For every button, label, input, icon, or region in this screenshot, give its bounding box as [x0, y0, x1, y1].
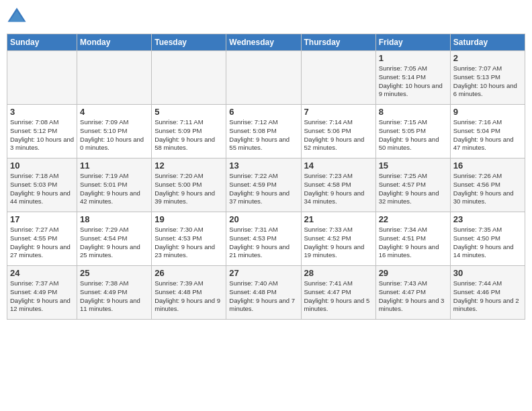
day-of-week-saturday: Saturday [450, 34, 525, 51]
day-number: 30 [453, 268, 522, 278]
day-info: Sunrise: 7:12 AM Sunset: 5:08 PM Dayligh… [229, 118, 298, 152]
day-of-week-friday: Friday [375, 34, 450, 51]
day-number: 1 [379, 53, 447, 63]
calendar-cell: 11Sunrise: 7:19 AM Sunset: 5:01 PM Dayli… [77, 158, 152, 212]
day-number: 10 [10, 161, 74, 171]
day-info: Sunrise: 7:31 AM Sunset: 4:53 PM Dayligh… [229, 226, 298, 260]
calendar-cell: 17Sunrise: 7:27 AM Sunset: 4:55 PM Dayli… [7, 212, 77, 266]
calendar-cell: 22Sunrise: 7:34 AM Sunset: 4:51 PM Dayli… [375, 212, 450, 266]
calendar-week-4: 17Sunrise: 7:27 AM Sunset: 4:55 PM Dayli… [7, 212, 525, 266]
calendar-cell: 27Sunrise: 7:40 AM Sunset: 4:48 PM Dayli… [226, 266, 301, 320]
day-number: 24 [10, 268, 74, 278]
day-number: 12 [154, 161, 223, 171]
day-number: 19 [154, 214, 223, 224]
page-header [7, 7, 525, 27]
logo [7, 7, 28, 27]
day-number: 29 [379, 268, 447, 278]
day-number: 6 [229, 107, 298, 117]
day-info: Sunrise: 7:37 AM Sunset: 4:49 PM Dayligh… [10, 279, 74, 314]
day-number: 7 [304, 107, 373, 117]
day-of-week-wednesday: Wednesday [226, 34, 301, 51]
calendar-cell: 13Sunrise: 7:22 AM Sunset: 4:59 PM Dayli… [226, 158, 301, 212]
calendar-cell [7, 51, 77, 105]
day-info: Sunrise: 7:05 AM Sunset: 5:14 PM Dayligh… [379, 64, 447, 99]
calendar-cell: 20Sunrise: 7:31 AM Sunset: 4:53 PM Dayli… [226, 212, 301, 266]
calendar-table: SundayMondayTuesdayWednesdayThursdayFrid… [7, 34, 525, 320]
day-number: 27 [229, 268, 298, 278]
calendar-cell [301, 51, 375, 105]
calendar-cell: 28Sunrise: 7:41 AM Sunset: 4:47 PM Dayli… [301, 266, 375, 320]
day-info: Sunrise: 7:38 AM Sunset: 4:49 PM Dayligh… [80, 279, 148, 314]
day-info: Sunrise: 7:09 AM Sunset: 5:10 PM Dayligh… [80, 118, 148, 152]
calendar-cell: 10Sunrise: 7:18 AM Sunset: 5:03 PM Dayli… [7, 158, 77, 212]
calendar-cell: 9Sunrise: 7:16 AM Sunset: 5:04 PM Daylig… [450, 105, 525, 158]
day-number: 26 [154, 268, 223, 278]
day-info: Sunrise: 7:18 AM Sunset: 5:03 PM Dayligh… [10, 172, 74, 206]
day-info: Sunrise: 7:22 AM Sunset: 4:59 PM Dayligh… [229, 172, 298, 206]
day-number: 5 [154, 107, 223, 117]
day-number: 8 [379, 107, 447, 117]
calendar-cell: 16Sunrise: 7:26 AM Sunset: 4:56 PM Dayli… [450, 158, 525, 212]
day-number: 20 [229, 214, 298, 224]
day-number: 2 [453, 53, 522, 63]
calendar-cell: 21Sunrise: 7:33 AM Sunset: 4:52 PM Dayli… [301, 212, 375, 266]
calendar-week-5: 24Sunrise: 7:37 AM Sunset: 4:49 PM Dayli… [7, 266, 525, 320]
calendar-cell: 7Sunrise: 7:14 AM Sunset: 5:06 PM Daylig… [301, 105, 375, 158]
day-info: Sunrise: 7:14 AM Sunset: 5:06 PM Dayligh… [304, 118, 373, 152]
day-number: 22 [379, 214, 447, 224]
day-info: Sunrise: 7:08 AM Sunset: 5:12 PM Dayligh… [10, 118, 74, 152]
day-of-week-tuesday: Tuesday [152, 34, 226, 51]
calendar-week-1: 1Sunrise: 7:05 AM Sunset: 5:14 PM Daylig… [7, 51, 525, 105]
calendar-cell: 19Sunrise: 7:30 AM Sunset: 4:53 PM Dayli… [152, 212, 226, 266]
day-info: Sunrise: 7:20 AM Sunset: 5:00 PM Dayligh… [154, 172, 223, 206]
day-number: 23 [453, 214, 522, 224]
day-number: 13 [229, 161, 298, 171]
calendar-week-2: 3Sunrise: 7:08 AM Sunset: 5:12 PM Daylig… [7, 105, 525, 158]
day-info: Sunrise: 7:16 AM Sunset: 5:04 PM Dayligh… [453, 118, 522, 152]
calendar-cell [152, 51, 226, 105]
day-info: Sunrise: 7:40 AM Sunset: 4:48 PM Dayligh… [229, 279, 298, 314]
day-info: Sunrise: 7:33 AM Sunset: 4:52 PM Dayligh… [304, 226, 373, 260]
calendar-cell: 3Sunrise: 7:08 AM Sunset: 5:12 PM Daylig… [7, 105, 77, 158]
day-number: 17 [10, 214, 74, 224]
day-info: Sunrise: 7:44 AM Sunset: 4:46 PM Dayligh… [453, 279, 522, 314]
day-of-week-thursday: Thursday [301, 34, 375, 51]
day-number: 11 [80, 161, 148, 171]
day-info: Sunrise: 7:41 AM Sunset: 4:47 PM Dayligh… [304, 279, 373, 314]
day-info: Sunrise: 7:11 AM Sunset: 5:09 PM Dayligh… [154, 118, 223, 152]
day-info: Sunrise: 7:34 AM Sunset: 4:51 PM Dayligh… [379, 226, 447, 260]
calendar-week-3: 10Sunrise: 7:18 AM Sunset: 5:03 PM Dayli… [7, 158, 525, 212]
day-info: Sunrise: 7:19 AM Sunset: 5:01 PM Dayligh… [80, 172, 148, 206]
calendar-cell: 25Sunrise: 7:38 AM Sunset: 4:49 PM Dayli… [77, 266, 152, 320]
day-number: 9 [453, 107, 522, 117]
day-info: Sunrise: 7:39 AM Sunset: 4:48 PM Dayligh… [154, 279, 223, 314]
calendar-cell: 24Sunrise: 7:37 AM Sunset: 4:49 PM Dayli… [7, 266, 77, 320]
day-info: Sunrise: 7:26 AM Sunset: 4:56 PM Dayligh… [453, 172, 522, 206]
day-info: Sunrise: 7:15 AM Sunset: 5:05 PM Dayligh… [379, 118, 447, 152]
calendar-cell: 12Sunrise: 7:20 AM Sunset: 5:00 PM Dayli… [152, 158, 226, 212]
day-info: Sunrise: 7:35 AM Sunset: 4:50 PM Dayligh… [453, 226, 522, 260]
calendar-cell: 15Sunrise: 7:25 AM Sunset: 4:57 PM Dayli… [375, 158, 450, 212]
calendar-cell: 14Sunrise: 7:23 AM Sunset: 4:58 PM Dayli… [301, 158, 375, 212]
day-number: 18 [80, 214, 148, 224]
calendar-cell: 18Sunrise: 7:29 AM Sunset: 4:54 PM Dayli… [77, 212, 152, 266]
calendar-cell: 30Sunrise: 7:44 AM Sunset: 4:46 PM Dayli… [450, 266, 525, 320]
calendar-cell: 29Sunrise: 7:43 AM Sunset: 4:47 PM Dayli… [375, 266, 450, 320]
calendar-cell: 8Sunrise: 7:15 AM Sunset: 5:05 PM Daylig… [375, 105, 450, 158]
calendar-cell: 6Sunrise: 7:12 AM Sunset: 5:08 PM Daylig… [226, 105, 301, 158]
day-info: Sunrise: 7:25 AM Sunset: 4:57 PM Dayligh… [379, 172, 447, 206]
day-info: Sunrise: 7:27 AM Sunset: 4:55 PM Dayligh… [10, 226, 74, 260]
calendar-cell: 4Sunrise: 7:09 AM Sunset: 5:10 PM Daylig… [77, 105, 152, 158]
day-number: 14 [304, 161, 373, 171]
day-number: 15 [379, 161, 447, 171]
calendar-cell: 26Sunrise: 7:39 AM Sunset: 4:48 PM Dayli… [152, 266, 226, 320]
calendar-cell [226, 51, 301, 105]
calendar-cell: 1Sunrise: 7:05 AM Sunset: 5:14 PM Daylig… [375, 51, 450, 105]
day-number: 16 [453, 161, 522, 171]
day-info: Sunrise: 7:07 AM Sunset: 5:13 PM Dayligh… [453, 64, 522, 99]
logo-icon [7, 7, 27, 27]
day-number: 25 [80, 268, 148, 278]
day-number: 4 [80, 107, 148, 117]
day-info: Sunrise: 7:23 AM Sunset: 4:58 PM Dayligh… [304, 172, 373, 206]
day-info: Sunrise: 7:30 AM Sunset: 4:53 PM Dayligh… [154, 226, 223, 260]
